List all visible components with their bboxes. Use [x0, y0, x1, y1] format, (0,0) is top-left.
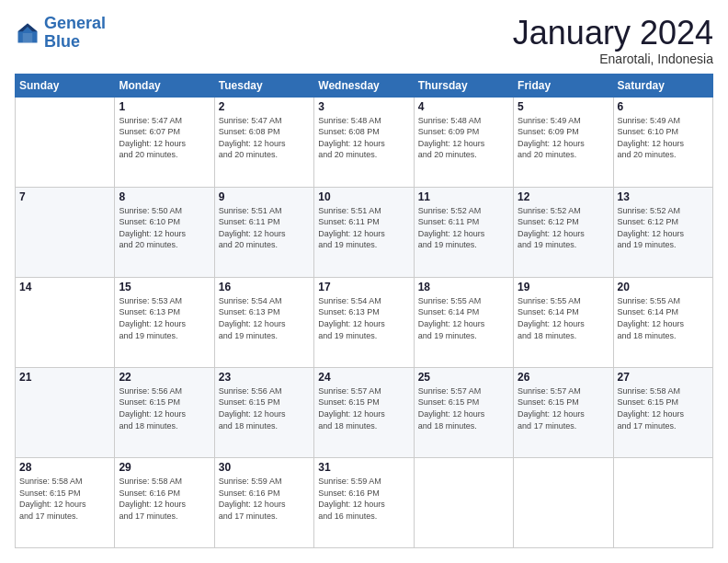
- calendar-cell: 16Sunrise: 5:54 AM Sunset: 6:13 PM Dayli…: [214, 277, 313, 367]
- day-info: Sunrise: 5:51 AM Sunset: 6:11 PM Dayligh…: [318, 205, 409, 251]
- day-info: Sunrise: 5:54 AM Sunset: 6:13 PM Dayligh…: [318, 295, 409, 341]
- header-tuesday: Tuesday: [214, 74, 313, 97]
- day-info: Sunrise: 5:49 AM Sunset: 6:09 PM Dayligh…: [518, 115, 609, 161]
- day-number: 29: [119, 461, 210, 474]
- day-number: 21: [19, 371, 110, 384]
- week-row-1: 78Sunrise: 5:50 AM Sunset: 6:10 PM Dayli…: [16, 187, 713, 277]
- logo-text: General Blue: [44, 15, 106, 52]
- calendar-cell: 4Sunrise: 5:48 AM Sunset: 6:09 PM Daylig…: [414, 97, 513, 187]
- calendar-cell: 18Sunrise: 5:55 AM Sunset: 6:14 PM Dayli…: [414, 277, 513, 367]
- day-info: Sunrise: 5:57 AM Sunset: 6:15 PM Dayligh…: [318, 385, 409, 431]
- title-block: January 2024 Enarotali, Indonesia: [513, 15, 713, 66]
- day-number: 10: [318, 190, 409, 203]
- day-number: 12: [518, 190, 609, 203]
- day-info: Sunrise: 5:47 AM Sunset: 6:07 PM Dayligh…: [119, 115, 210, 161]
- calendar-cell: 15Sunrise: 5:53 AM Sunset: 6:13 PM Dayli…: [115, 277, 214, 367]
- calendar-cell: [414, 457, 513, 547]
- calendar-cell: 5Sunrise: 5:49 AM Sunset: 6:09 PM Daylig…: [514, 97, 613, 187]
- day-number: 31: [318, 461, 409, 474]
- calendar-cell: 30Sunrise: 5:59 AM Sunset: 6:16 PM Dayli…: [214, 457, 313, 547]
- day-info: Sunrise: 5:52 AM Sunset: 6:11 PM Dayligh…: [418, 205, 509, 251]
- calendar-cell: 10Sunrise: 5:51 AM Sunset: 6:11 PM Dayli…: [314, 187, 414, 277]
- day-number: 5: [518, 100, 609, 113]
- day-info: Sunrise: 5:50 AM Sunset: 6:10 PM Dayligh…: [119, 205, 210, 251]
- calendar-cell: 8Sunrise: 5:50 AM Sunset: 6:10 PM Daylig…: [115, 187, 214, 277]
- day-number: 30: [219, 461, 310, 474]
- calendar-cell: 26Sunrise: 5:57 AM Sunset: 6:15 PM Dayli…: [514, 367, 613, 457]
- calendar-cell: 7: [16, 187, 115, 277]
- day-number: 6: [618, 100, 709, 113]
- day-number: 20: [618, 281, 709, 293]
- calendar-cell: 29Sunrise: 5:58 AM Sunset: 6:16 PM Dayli…: [115, 457, 214, 547]
- day-number: 1: [119, 100, 210, 113]
- day-number: 13: [618, 190, 709, 203]
- calendar-cell: 2Sunrise: 5:47 AM Sunset: 6:08 PM Daylig…: [214, 97, 313, 187]
- day-number: 27: [618, 371, 709, 384]
- day-info: Sunrise: 5:48 AM Sunset: 6:08 PM Dayligh…: [318, 115, 409, 161]
- week-row-0: 1Sunrise: 5:47 AM Sunset: 6:07 PM Daylig…: [16, 97, 713, 187]
- day-info: Sunrise: 5:57 AM Sunset: 6:15 PM Dayligh…: [518, 385, 609, 431]
- calendar-cell: 21: [16, 367, 115, 457]
- week-row-4: 28Sunrise: 5:58 AM Sunset: 6:15 PM Dayli…: [16, 457, 713, 547]
- calendar-cell: 3Sunrise: 5:48 AM Sunset: 6:08 PM Daylig…: [314, 97, 414, 187]
- calendar-cell: 1Sunrise: 5:47 AM Sunset: 6:07 PM Daylig…: [115, 97, 214, 187]
- day-number: 16: [219, 281, 310, 293]
- day-info: Sunrise: 5:58 AM Sunset: 6:15 PM Dayligh…: [618, 385, 709, 431]
- calendar-table: Sunday Monday Tuesday Wednesday Thursday…: [15, 74, 713, 548]
- day-info: Sunrise: 5:49 AM Sunset: 6:10 PM Dayligh…: [618, 115, 709, 161]
- day-number: 28: [19, 461, 110, 474]
- day-number: 24: [318, 371, 409, 384]
- day-info: Sunrise: 5:52 AM Sunset: 6:12 PM Dayligh…: [518, 205, 609, 251]
- weekday-header-row: Sunday Monday Tuesday Wednesday Thursday…: [16, 74, 713, 97]
- day-number: 7: [19, 190, 110, 203]
- calendar-cell: 17Sunrise: 5:54 AM Sunset: 6:13 PM Dayli…: [314, 277, 414, 367]
- calendar-cell: [514, 457, 613, 547]
- day-number: 3: [318, 100, 409, 113]
- calendar-cell: 13Sunrise: 5:52 AM Sunset: 6:12 PM Dayli…: [613, 187, 712, 277]
- calendar-cell: [16, 97, 115, 187]
- week-row-3: 2122Sunrise: 5:56 AM Sunset: 6:15 PM Day…: [16, 367, 713, 457]
- day-info: Sunrise: 5:53 AM Sunset: 6:13 PM Dayligh…: [119, 295, 210, 341]
- day-number: 9: [219, 190, 310, 203]
- logo: General Blue: [15, 15, 106, 52]
- day-info: Sunrise: 5:51 AM Sunset: 6:11 PM Dayligh…: [219, 205, 310, 251]
- calendar-cell: 11Sunrise: 5:52 AM Sunset: 6:11 PM Dayli…: [414, 187, 513, 277]
- month-title: January 2024: [513, 15, 713, 52]
- calendar-cell: 9Sunrise: 5:51 AM Sunset: 6:11 PM Daylig…: [214, 187, 313, 277]
- day-info: Sunrise: 5:54 AM Sunset: 6:13 PM Dayligh…: [219, 295, 310, 341]
- day-info: Sunrise: 5:48 AM Sunset: 6:09 PM Dayligh…: [418, 115, 509, 161]
- day-number: 26: [518, 371, 609, 384]
- day-info: Sunrise: 5:59 AM Sunset: 6:16 PM Dayligh…: [219, 476, 310, 522]
- calendar-cell: [613, 457, 712, 547]
- day-number: 22: [119, 371, 210, 384]
- day-info: Sunrise: 5:55 AM Sunset: 6:14 PM Dayligh…: [618, 295, 709, 341]
- page: General Blue January 2024 Enarotali, Ind…: [0, 0, 728, 563]
- calendar-cell: 20Sunrise: 5:55 AM Sunset: 6:14 PM Dayli…: [613, 277, 712, 367]
- header-friday: Friday: [514, 74, 613, 97]
- day-number: 18: [418, 281, 509, 293]
- day-info: Sunrise: 5:56 AM Sunset: 6:15 PM Dayligh…: [219, 385, 310, 431]
- header: General Blue January 2024 Enarotali, Ind…: [15, 15, 713, 66]
- calendar-cell: 14: [16, 277, 115, 367]
- calendar-cell: 25Sunrise: 5:57 AM Sunset: 6:15 PM Dayli…: [414, 367, 513, 457]
- header-wednesday: Wednesday: [314, 74, 414, 97]
- header-thursday: Thursday: [414, 74, 513, 97]
- day-info: Sunrise: 5:55 AM Sunset: 6:14 PM Dayligh…: [518, 295, 609, 341]
- day-info: Sunrise: 5:58 AM Sunset: 6:15 PM Dayligh…: [19, 476, 110, 522]
- day-number: 11: [418, 190, 509, 203]
- day-number: 17: [318, 281, 409, 293]
- header-saturday: Saturday: [613, 74, 712, 97]
- calendar-cell: 22Sunrise: 5:56 AM Sunset: 6:15 PM Dayli…: [115, 367, 214, 457]
- header-monday: Monday: [115, 74, 214, 97]
- calendar-cell: 31Sunrise: 5:59 AM Sunset: 6:16 PM Dayli…: [314, 457, 414, 547]
- day-number: 14: [19, 281, 110, 293]
- day-info: Sunrise: 5:57 AM Sunset: 6:15 PM Dayligh…: [418, 385, 509, 431]
- calendar-cell: 27Sunrise: 5:58 AM Sunset: 6:15 PM Dayli…: [613, 367, 712, 457]
- logo-blue: Blue: [44, 32, 80, 51]
- day-info: Sunrise: 5:52 AM Sunset: 6:12 PM Dayligh…: [618, 205, 709, 251]
- day-info: Sunrise: 5:55 AM Sunset: 6:14 PM Dayligh…: [418, 295, 509, 341]
- logo-general: General: [44, 14, 106, 32]
- location: Enarotali, Indonesia: [513, 52, 713, 66]
- header-sunday: Sunday: [16, 74, 115, 97]
- day-info: Sunrise: 5:56 AM Sunset: 6:15 PM Dayligh…: [119, 385, 210, 431]
